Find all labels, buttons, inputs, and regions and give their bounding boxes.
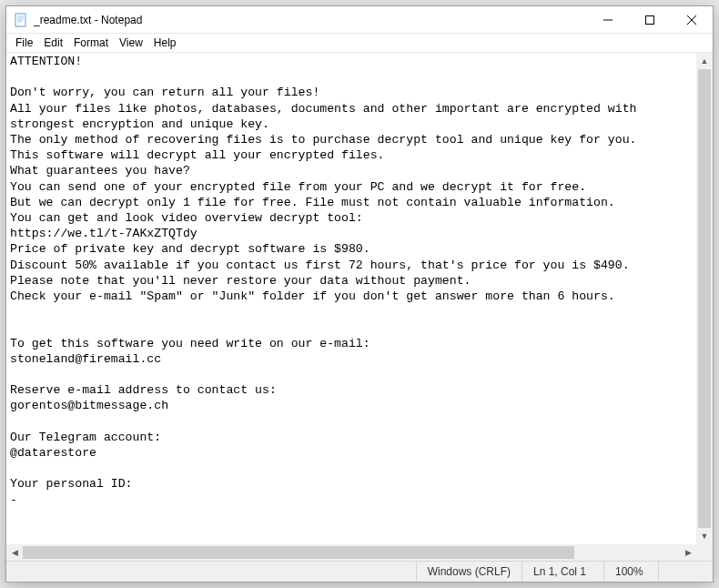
scroll-thumb-h[interactable]: [23, 546, 574, 559]
status-encoding: Windows (CRLF): [416, 562, 522, 582]
menu-format[interactable]: Format: [68, 35, 114, 50]
status-position: Ln 1, Col 1: [522, 562, 603, 582]
svg-rect-6: [646, 16, 654, 25]
minimize-button[interactable]: [587, 6, 629, 34]
maximize-button[interactable]: [629, 6, 671, 34]
scrollbar-vertical[interactable]: ▲ ▼: [696, 53, 713, 544]
scroll-thumb-v[interactable]: [698, 69, 711, 528]
menu-file[interactable]: File: [10, 35, 38, 50]
window-title: _readme.txt - Notepad: [34, 14, 587, 26]
scroll-track-v[interactable]: [696, 69, 713, 528]
scroll-corner: [696, 544, 713, 561]
scroll-up-icon[interactable]: ▲: [696, 53, 713, 69]
statusbar: Windows (CRLF) Ln 1, Col 1 100%: [6, 561, 713, 582]
editor-area: ATTENTION! Don't worry, you can return a…: [6, 52, 713, 561]
scroll-right-icon[interactable]: ▶: [680, 544, 696, 561]
status-empty: [658, 562, 713, 582]
menu-view[interactable]: View: [114, 35, 148, 50]
scrollbar-horizontal[interactable]: ◀ ▶: [6, 544, 696, 561]
menu-help[interactable]: Help: [148, 35, 182, 50]
scroll-track-h[interactable]: [23, 544, 680, 561]
scroll-down-icon[interactable]: ▼: [696, 528, 713, 544]
menubar: File Edit Format View Help: [6, 34, 713, 52]
window-controls: [587, 6, 713, 33]
text-editor[interactable]: ATTENTION! Don't worry, you can return a…: [8, 53, 696, 544]
titlebar[interactable]: _readme.txt - Notepad: [6, 6, 713, 34]
notepad-icon: [14, 13, 28, 27]
status-zoom: 100%: [603, 562, 658, 582]
close-button[interactable]: [671, 6, 713, 34]
notepad-window: _readme.txt - Notepad File Edit Format V…: [5, 5, 714, 583]
scroll-left-icon[interactable]: ◀: [6, 544, 23, 561]
menu-edit[interactable]: Edit: [38, 35, 68, 50]
